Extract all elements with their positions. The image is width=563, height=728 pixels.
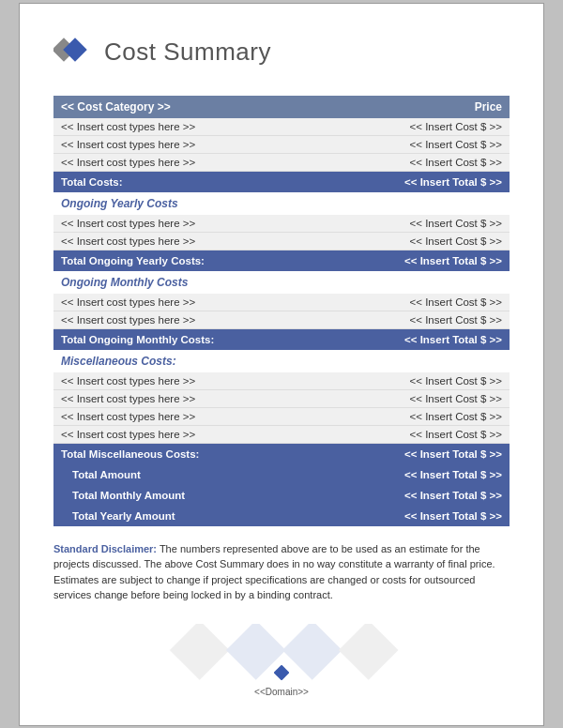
section-label: Miscellaneous Costs: bbox=[53, 350, 510, 372]
cost-item-value: << Insert Cost $ >> bbox=[350, 407, 510, 425]
table-row: << Insert cost types here >> << Insert C… bbox=[53, 311, 510, 328]
disclaimer: Standard Disclaimer: The numbers represe… bbox=[53, 541, 510, 603]
cost-item-label: << Insert cost types here >> bbox=[53, 232, 350, 250]
cost-item-value: << Insert Cost $ >> bbox=[350, 311, 510, 328]
svg-rect-2 bbox=[170, 624, 230, 680]
page: Cost Summary << Cost Category >> Price <… bbox=[19, 3, 544, 726]
table-row: << Insert cost types here >> << Insert C… bbox=[53, 407, 510, 425]
page-title: Cost Summary bbox=[104, 38, 271, 67]
total-value: << Insert Total $ >> bbox=[350, 328, 510, 350]
summary-value: << Insert Total $ >> bbox=[350, 464, 510, 485]
table-row: << Insert cost types here >> << Insert C… bbox=[53, 389, 510, 407]
table-row: << Insert cost types here >> << Insert C… bbox=[53, 135, 510, 153]
summary-value: << Insert Total $ >> bbox=[350, 485, 510, 506]
section-label-row: Miscellaneous Costs: bbox=[53, 350, 510, 372]
col-header-price: Price bbox=[350, 96, 510, 118]
total-value: << Insert Total $ >> bbox=[350, 171, 510, 192]
total-row: Total Costs: << Insert Total $ >> bbox=[53, 171, 510, 192]
footer-domain-wrapper: <<Domain>> bbox=[254, 665, 309, 699]
section-label: Ongoing Yearly Costs bbox=[53, 192, 510, 215]
logo-icon bbox=[53, 32, 95, 73]
total-value: << Insert Total $ >> bbox=[350, 443, 510, 464]
total-label: Total Miscellaneous Costs: bbox=[53, 443, 350, 464]
summary-label: Total Amount bbox=[53, 464, 350, 485]
footer-diamond-icon bbox=[274, 665, 289, 680]
table-header-row: << Cost Category >> Price bbox=[53, 96, 510, 118]
cost-item-label: << Insert cost types here >> bbox=[53, 118, 350, 136]
section-label-row: Ongoing Yearly Costs bbox=[53, 192, 510, 215]
cost-item-label: << Insert cost types here >> bbox=[53, 389, 350, 407]
footer-domain-text: <<Domain>> bbox=[254, 687, 309, 697]
cost-item-value: << Insert Cost $ >> bbox=[350, 153, 510, 171]
table-row: << Insert cost types here >> << Insert C… bbox=[53, 232, 510, 250]
cost-item-label: << Insert cost types here >> bbox=[53, 153, 350, 171]
cost-item-value: << Insert Cost $ >> bbox=[350, 135, 510, 153]
footer-area: <<Domain>> bbox=[53, 631, 510, 706]
cost-item-label: << Insert cost types here >> bbox=[53, 215, 350, 233]
svg-rect-5 bbox=[339, 624, 399, 680]
table-row: << Insert cost types here >> << Insert C… bbox=[53, 425, 510, 443]
summary-row: Total Amount << Insert Total $ >> bbox=[53, 464, 510, 485]
svg-rect-6 bbox=[274, 665, 289, 680]
summary-row: Total Yearly Amount << Insert Total $ >> bbox=[53, 506, 510, 526]
summary-value: << Insert Total $ >> bbox=[350, 506, 510, 526]
total-label: Total Ongoing Monthly Costs: bbox=[53, 328, 350, 350]
disclaimer-label: Standard Disclaimer: bbox=[53, 543, 157, 554]
cost-item-value: << Insert Cost $ >> bbox=[350, 118, 510, 136]
cost-item-label: << Insert cost types here >> bbox=[53, 425, 350, 443]
cost-table: << Cost Category >> Price << Insert cost… bbox=[53, 96, 510, 526]
table-row: << Insert cost types here >> << Insert C… bbox=[53, 215, 510, 233]
cost-item-value: << Insert Cost $ >> bbox=[350, 372, 510, 390]
cost-item-value: << Insert Cost $ >> bbox=[350, 389, 510, 407]
section-label-row: Ongoing Monthly Costs bbox=[53, 271, 510, 294]
table-row: << Insert cost types here >> << Insert C… bbox=[53, 153, 510, 171]
summary-label: Total Monthly Amount bbox=[53, 485, 350, 506]
total-label: Total Ongoing Yearly Costs: bbox=[53, 250, 350, 271]
cost-item-value: << Insert Cost $ >> bbox=[350, 215, 510, 233]
total-row: Total Miscellaneous Costs: << Insert Tot… bbox=[53, 443, 510, 464]
total-row: Total Ongoing Monthly Costs: << Insert T… bbox=[53, 328, 510, 350]
cost-item-label: << Insert cost types here >> bbox=[53, 294, 350, 311]
table-row: << Insert cost types here >> << Insert C… bbox=[53, 294, 510, 311]
total-row: Total Ongoing Yearly Costs: << Insert To… bbox=[53, 250, 510, 271]
cost-item-value: << Insert Cost $ >> bbox=[350, 232, 510, 250]
section-label: Ongoing Monthly Costs bbox=[53, 271, 510, 294]
table-row: << Insert cost types here >> << Insert C… bbox=[53, 372, 510, 390]
cost-item-label: << Insert cost types here >> bbox=[53, 372, 350, 390]
table-row: << Insert cost types here >> << Insert C… bbox=[53, 118, 510, 136]
cost-item-label: << Insert cost types here >> bbox=[53, 135, 350, 153]
cost-item-label: << Insert cost types here >> bbox=[53, 311, 350, 328]
header: Cost Summary bbox=[53, 32, 510, 73]
summary-label: Total Yearly Amount bbox=[53, 506, 350, 526]
cost-item-value: << Insert Cost $ >> bbox=[350, 294, 510, 311]
cost-item-value: << Insert Cost $ >> bbox=[350, 425, 510, 443]
total-label: Total Costs: bbox=[53, 171, 350, 192]
summary-row: Total Monthly Amount << Insert Total $ >… bbox=[53, 485, 510, 506]
total-value: << Insert Total $ >> bbox=[350, 250, 510, 271]
col-header-category: << Cost Category >> bbox=[53, 96, 350, 118]
cost-item-label: << Insert cost types here >> bbox=[53, 407, 350, 425]
